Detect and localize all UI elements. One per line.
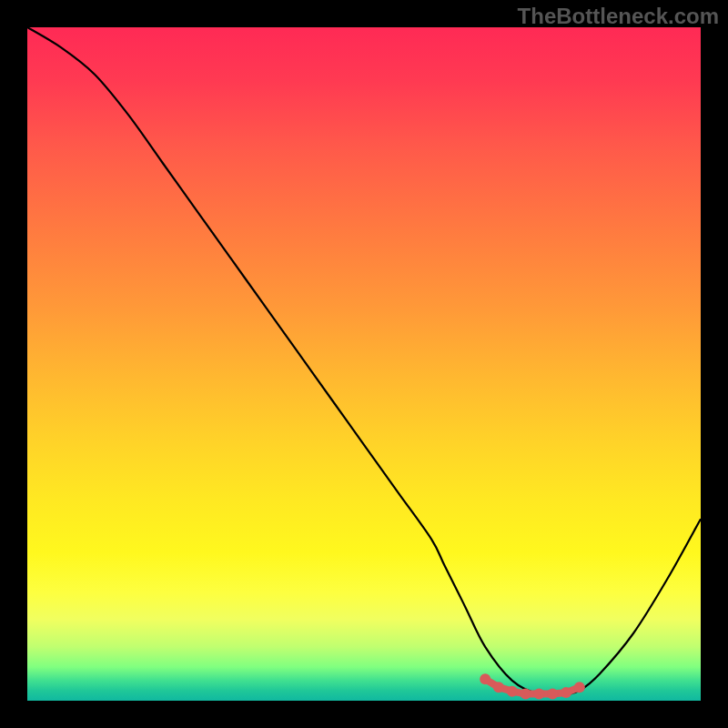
highlight-dot [521,689,531,700]
highlight-dot [561,687,571,698]
watermark-text: TheBottleneck.com [518,4,719,29]
curve-svg [27,27,701,701]
chart-plot-area [27,27,701,701]
highlight-dot [547,689,558,700]
highlight-dot [507,686,518,697]
bottleneck-curve [27,27,701,695]
optimal-range-highlight [480,673,585,699]
highlight-dot [480,673,490,684]
highlight-dot [533,689,544,700]
highlight-dot [574,682,585,693]
highlight-dot [493,682,504,693]
